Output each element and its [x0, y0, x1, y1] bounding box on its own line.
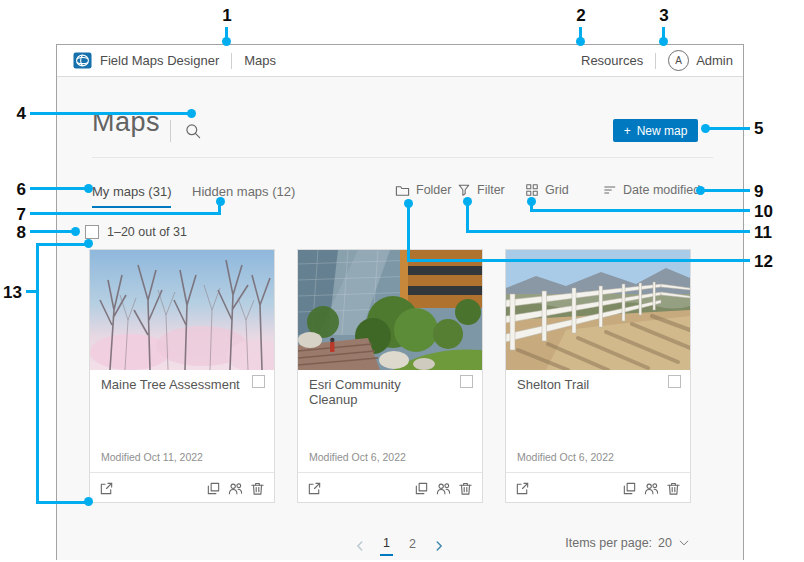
- delete-icon[interactable]: [666, 481, 681, 496]
- items-per-page-select[interactable]: Items per page: 20: [565, 536, 690, 550]
- chevron-down-icon: [678, 537, 690, 549]
- next-page-icon[interactable]: [432, 539, 446, 553]
- card-action-bar: [506, 473, 690, 504]
- grid-view-button[interactable]: Grid: [525, 181, 569, 199]
- app-title: Field Maps Designer: [100, 53, 219, 68]
- map-card: Esri Community Cleanup Modified Oct 6, 2…: [297, 249, 483, 503]
- esri-logo-icon: [73, 51, 92, 70]
- folder-label: Folder: [416, 183, 451, 197]
- app-header: Field Maps Designer Maps Resources A Adm…: [57, 45, 743, 77]
- map-thumbnail-trees[interactable]: [90, 250, 274, 370]
- sort-button[interactable]: Date modified: [603, 181, 700, 199]
- open-map-icon[interactable]: [307, 481, 322, 496]
- tab-hidden-maps[interactable]: Hidden maps (12): [192, 184, 295, 206]
- delete-icon[interactable]: [250, 481, 265, 496]
- sort-icon: [603, 183, 617, 197]
- filter-icon: [457, 183, 471, 197]
- header-divider-2: [655, 53, 656, 69]
- map-card-title[interactable]: Shelton Trail: [517, 377, 658, 392]
- map-card: Maine Tree Assessment Modified Oct 11, 2…: [89, 249, 275, 503]
- screenshot-canvas: Field Maps Designer Maps Resources A Adm…: [0, 0, 804, 562]
- map-card-checkbox[interactable]: [252, 375, 265, 388]
- map-card-modified: Modified Oct 6, 2022: [517, 451, 614, 463]
- open-map-icon[interactable]: [99, 481, 114, 496]
- delete-icon[interactable]: [458, 481, 473, 496]
- share-group-icon[interactable]: [228, 481, 243, 496]
- sort-label: Date modified: [623, 183, 700, 197]
- map-thumbnail-trail[interactable]: [506, 250, 690, 370]
- share-group-icon[interactable]: [436, 481, 451, 496]
- grid-label: Grid: [545, 183, 569, 197]
- map-thumbnail-campus[interactable]: [298, 250, 482, 370]
- map-card-title[interactable]: Esri Community Cleanup: [309, 377, 450, 407]
- filter-label: Filter: [477, 183, 505, 197]
- items-per-page-label: Items per page:: [565, 536, 652, 550]
- search-icon[interactable]: [185, 123, 201, 139]
- card-action-bar: [90, 473, 274, 504]
- avatar[interactable]: A: [668, 50, 689, 71]
- card-action-bar: [298, 473, 482, 504]
- map-card-title[interactable]: Maine Tree Assessment: [101, 377, 242, 392]
- page-title: Maps: [92, 107, 160, 138]
- selection-row: 1–20 out of 31: [85, 225, 187, 239]
- folder-button[interactable]: Folder: [395, 181, 451, 199]
- grid-icon: [525, 183, 539, 197]
- folder-icon: [395, 183, 410, 198]
- duplicate-icon[interactable]: [622, 481, 637, 496]
- map-card-checkbox[interactable]: [460, 375, 473, 388]
- title-row-divider: [92, 157, 713, 158]
- duplicate-icon[interactable]: [414, 481, 429, 496]
- filter-button[interactable]: Filter: [457, 181, 505, 199]
- page-body: Maps + New map My maps (31) Hidden maps …: [57, 77, 743, 560]
- map-card: Shelton Trail Modified Oct 6, 2022: [505, 249, 691, 503]
- open-map-icon[interactable]: [515, 481, 530, 496]
- page-number-2[interactable]: 2: [406, 536, 419, 555]
- tab-my-maps[interactable]: My maps (31): [92, 184, 171, 208]
- nav-resources[interactable]: Resources: [581, 53, 643, 68]
- map-card-checkbox[interactable]: [668, 375, 681, 388]
- username-menu[interactable]: Admin: [696, 53, 733, 68]
- plus-icon: +: [624, 124, 631, 138]
- new-map-label: New map: [637, 124, 688, 138]
- page-number-1[interactable]: 1: [380, 535, 393, 556]
- prev-page-icon[interactable]: [353, 539, 367, 553]
- header-divider: [231, 53, 232, 69]
- app-window: Field Maps Designer Maps Resources A Adm…: [56, 44, 744, 560]
- pagination: 1 2: [353, 535, 446, 556]
- select-all-checkbox[interactable]: [85, 225, 99, 239]
- share-group-icon[interactable]: [644, 481, 659, 496]
- map-card-modified: Modified Oct 6, 2022: [309, 451, 406, 463]
- duplicate-icon[interactable]: [206, 481, 221, 496]
- items-per-page-value: 20: [658, 536, 672, 550]
- nav-maps[interactable]: Maps: [244, 53, 276, 68]
- map-card-modified: Modified Oct 11, 2022: [101, 451, 203, 463]
- selection-count-label: 1–20 out of 31: [107, 225, 187, 239]
- new-map-button[interactable]: + New map: [613, 119, 698, 142]
- title-divider: [170, 120, 171, 142]
